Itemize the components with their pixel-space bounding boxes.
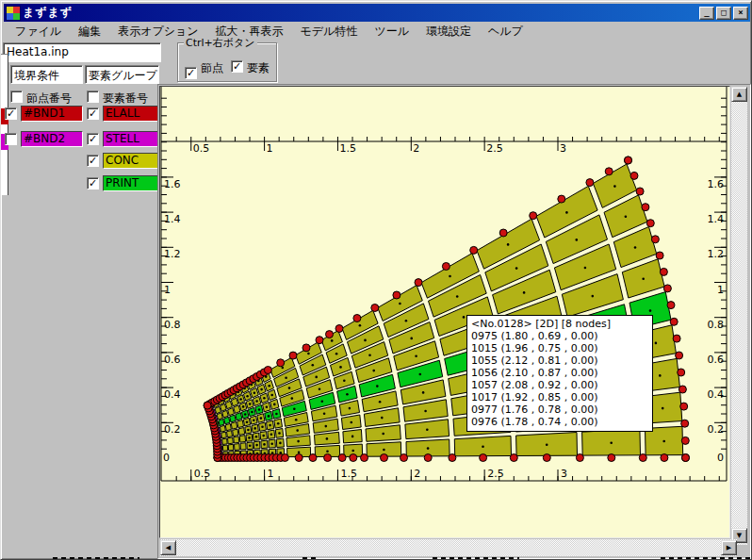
node-pick-checkbox[interactable]: ✓ (185, 67, 197, 79)
menu-env-settings[interactable]: 環境設定 (417, 23, 480, 41)
svg-text:2.5: 2.5 (487, 468, 504, 480)
scroll-left-icon[interactable]: ◀ (160, 540, 176, 555)
svg-text:0.4: 0.4 (164, 388, 181, 401)
element-pick-checkbox[interactable]: ✓ (231, 60, 243, 73)
svg-text:2: 2 (413, 142, 419, 155)
plot-canvas[interactable]: 0.50.5111.51.5222.52.5331.61.61.41.41.21… (159, 86, 730, 538)
app-window: まずまず _ □ × ファイル 編集 表示オプション 拡大・再表示 モデル特性 … (0, 0, 752, 560)
element-number-checkbox[interactable] (87, 91, 99, 103)
svg-text:1: 1 (267, 142, 273, 155)
svg-text:2.5: 2.5 (486, 142, 503, 155)
svg-text:3: 3 (560, 142, 566, 155)
window-title: まずまず (23, 5, 697, 21)
element-info-tooltip: <No.0128> [2D] [8 nodes] 0975 (1.80 , 0.… (466, 315, 653, 432)
mesh-canvas-svg[interactable]: 0.50.5111.51.5222.52.5331.61.61.41.41.21… (160, 87, 729, 537)
svg-text:3: 3 (561, 468, 567, 480)
info-line: 1017 (1.92 , 0.85 , 0.00) (471, 391, 598, 404)
svg-text:0.4: 0.4 (708, 388, 725, 401)
info-line: 0976 (1.78 , 0.74 , 0.00) (471, 416, 598, 428)
vertical-scrollbar[interactable] (731, 87, 747, 545)
svg-text:1: 1 (268, 468, 274, 480)
svg-text:1.2: 1.2 (708, 248, 725, 260)
minimize-button[interactable]: _ (699, 7, 714, 20)
svg-text:0.6: 0.6 (708, 354, 725, 366)
menu-bar: ファイル 編集 表示オプション 拡大・再表示 モデル特性 ツール 環境設定 ヘル… (7, 24, 531, 40)
info-line: 0975 (1.80 , 0.69 , 0.00) (471, 330, 598, 342)
svg-text:0.2: 0.2 (708, 423, 725, 436)
stell-label[interactable]: STELL (103, 131, 159, 147)
info-line: 0977 (1.76 , 0.78 , 0.00) (471, 404, 598, 416)
print-label[interactable]: PRINT (103, 175, 159, 191)
svg-text:0: 0 (717, 452, 724, 464)
menu-tools[interactable]: ツール (366, 23, 417, 41)
svg-text:1: 1 (164, 284, 171, 296)
element-number-label: 要素番号 (103, 91, 148, 107)
title-bar[interactable]: まずまず _ □ × (4, 4, 750, 22)
info-line: 1057 (2.08 , 0.92 , 0.00) (471, 379, 598, 391)
svg-text:1.4: 1.4 (708, 213, 725, 225)
app-icon (7, 7, 20, 20)
scroll-up-icon[interactable]: ▲ (731, 87, 747, 102)
svg-text:0.5: 0.5 (194, 468, 211, 480)
maximize-button[interactable]: □ (716, 7, 731, 20)
close-button[interactable]: × (733, 7, 748, 20)
svg-text:0.2: 0.2 (164, 423, 181, 436)
node-number-checkbox[interactable] (10, 91, 23, 103)
menu-file[interactable]: ファイル (7, 23, 70, 41)
menu-model-props[interactable]: モデル特性 (292, 23, 367, 41)
elall-label[interactable]: ELALL (103, 106, 159, 122)
element-pick-label: 要素 (247, 60, 270, 76)
bnd1-label[interactable]: #BND1 (21, 106, 83, 122)
bnd1-checkbox[interactable]: ✓ (5, 107, 17, 120)
filename-input[interactable]: Heat1a.inp (3, 42, 161, 62)
svg-text:0.8: 0.8 (708, 319, 725, 331)
elall-checkbox[interactable]: ✓ (87, 107, 99, 120)
menu-edit[interactable]: 編集 (70, 23, 109, 41)
bnd2-label[interactable]: #BND2 (21, 131, 83, 147)
svg-text:1: 1 (717, 284, 724, 296)
scroll-right-icon[interactable]: ▶ (721, 540, 737, 555)
node-pick-label: 節点 (201, 60, 223, 76)
node-number-label: 節点番号 (26, 91, 72, 107)
plot-frame: 0.50.5111.51.5222.52.5331.61.61.41.41.21… (157, 84, 751, 559)
groupbox-title: Ctrl+右ボタン (184, 36, 257, 50)
info-line: 1015 (1.96 , 0.75 , 0.00) (471, 342, 598, 354)
conc-label[interactable]: CONC (103, 153, 159, 169)
stell-checkbox[interactable]: ✓ (87, 133, 99, 145)
svg-text:1.5: 1.5 (340, 468, 357, 480)
element-group-header: 要素グループ (85, 65, 159, 84)
info-title: <No.0128> [2D] [8 nodes] (471, 318, 611, 330)
print-checkbox[interactable]: ✓ (87, 177, 99, 189)
conc-checkbox[interactable]: ✓ (87, 155, 99, 167)
svg-text:2: 2 (414, 468, 420, 480)
svg-text:0.8: 0.8 (164, 319, 181, 331)
svg-text:0.6: 0.6 (164, 354, 181, 366)
svg-text:1.6: 1.6 (164, 178, 181, 190)
boundary-conditions-header: 境界条件 (10, 65, 83, 84)
bnd2-checkbox[interactable] (5, 133, 17, 145)
info-line: 1056 (2.10 , 0.87 , 0.00) (471, 367, 598, 379)
svg-text:1.5: 1.5 (339, 142, 356, 155)
svg-text:1.6: 1.6 (708, 178, 725, 190)
menu-help[interactable]: ヘルプ (480, 23, 531, 41)
svg-text:0: 0 (163, 452, 170, 464)
mouse-mode-groupbox: Ctrl+右ボタン ✓ 節点 ✓ 要素 (177, 42, 277, 82)
svg-text:1.4: 1.4 (164, 213, 181, 225)
info-line: 1055 (2.12 , 0.81 , 0.00) (471, 354, 598, 367)
horizontal-scrollbar[interactable] (160, 539, 737, 556)
svg-text:0.5: 0.5 (193, 142, 210, 155)
svg-text:1.2: 1.2 (164, 248, 181, 260)
legend-strip (1, 54, 8, 195)
